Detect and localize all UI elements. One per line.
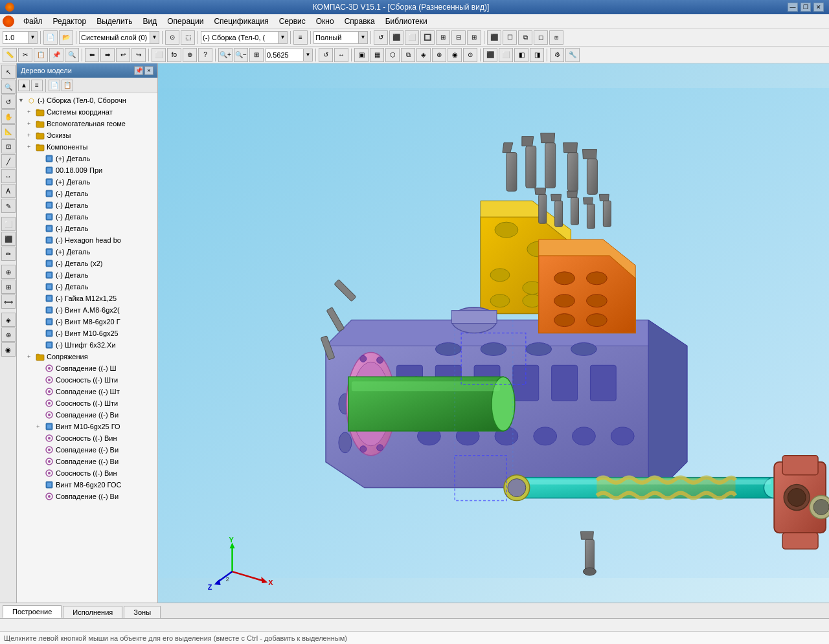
tb2-btn-rot1[interactable]: ↺ [319,48,333,62]
menu-view[interactable]: Вид [138,16,163,27]
tree-item[interactable]: (-) Гайка М12х1,25 [18,293,156,304]
tree-item[interactable]: Совпадение ((-) Ви [18,491,156,502]
lt-text-btn[interactable]: A [1,184,16,198]
tree-item[interactable]: (-) Деталь [18,223,156,234]
tb2-btn-2[interactable]: ✂ [18,48,32,62]
menu-help[interactable]: Справка [339,16,380,27]
view-mode-input[interactable] [313,31,359,44]
tb-btn-rot1[interactable]: ↺ [374,30,388,45]
tree-item-expand[interactable]: + [27,132,35,139]
tb-btn-2[interactable]: 📂 [59,30,73,45]
lt-rotate-btn[interactable]: ↺ [1,94,16,109]
lt-zoom-btn[interactable]: 🔍 [1,80,16,94]
tree-item[interactable]: (-) Hexagon head bo [18,234,156,246]
tree-item-expand[interactable]: + [27,120,35,127]
tb2-btn-9[interactable]: ↪ [131,48,146,62]
tb2-btn-7[interactable]: ➡ [100,48,115,62]
menu-service[interactable]: Сервис [274,16,311,27]
tb2-btn-10[interactable]: ⬜ [152,48,166,62]
tab-construction[interactable]: Построение [3,605,62,618]
tb2-btn-5[interactable]: 🔍 [65,48,79,62]
tb-btn-rot3[interactable]: ⬜ [405,30,419,45]
tb2-view-7[interactable]: ◉ [448,48,462,62]
tree-item[interactable]: (-) Деталь (x2) [18,258,156,269]
tb2-btn-4[interactable]: 📌 [49,48,63,62]
tb2-zoom-plus[interactable]: 🔍+ [218,48,233,62]
tree-item[interactable]: Винт М8-6gx20 ГОС [18,479,156,491]
tree-root-expand[interactable]: ▼ [18,97,26,104]
layer-input[interactable] [79,31,150,44]
lt-part-btn[interactable]: ⬜ [1,217,16,231]
tree-item[interactable]: (+) Деталь [18,176,156,188]
lt-extra-2[interactable]: ⊛ [1,328,16,342]
tree-item[interactable]: +Вспомогательная геоме [18,118,156,129]
scale-dropdown-btn[interactable]: ▼ [304,49,313,61]
tb-btn-13[interactable]: ◻ [534,30,548,45]
menu-window[interactable]: Окно [311,16,339,27]
minimize-button[interactable]: — [788,3,798,12]
tree-item[interactable]: (-) Винт М10-6gx25 [18,328,156,339]
lt-pattern-btn[interactable]: ⊞ [1,280,16,294]
tb2-btn-12[interactable]: ⊕ [183,48,197,62]
tb2-fit-all[interactable]: ⊞ [249,48,264,62]
tree-root-item[interactable]: ▼ ⬡ (-) Сборка (Тел-0, Сборочн [18,94,156,106]
tb2-view-front[interactable]: ▣ [354,48,369,62]
tree-item-expand[interactable]: + [36,423,44,430]
tb2-btn-1[interactable]: 📏 [3,48,17,62]
tree-pin-btn[interactable]: 📌 [134,66,143,75]
tree-tb-btn-2[interactable]: ≡ [31,80,43,91]
tree-item[interactable]: (-) Деталь [18,199,156,211]
tree-item[interactable]: Совпадение ((-) Ви [18,444,156,456]
lt-select-btn[interactable]: ↖ [1,65,16,79]
tb-btn-4[interactable]: ⬚ [181,30,195,45]
tb2-btn-11[interactable]: fo [167,48,181,62]
restore-button[interactable]: ❐ [801,3,811,12]
tb-btn-1[interactable]: 📄 [43,30,58,45]
tb-btn-14[interactable]: ⧆ [549,30,563,45]
tb2-view-top[interactable]: ▦ [370,48,384,62]
tb-btn-8[interactable]: ⊟ [451,30,466,45]
tree-item[interactable]: 00.18.009 При [18,164,156,176]
tree-tb-btn-1[interactable]: ▲ [18,80,30,91]
menu-specification[interactable]: Спецификация [209,16,273,27]
assembly-input[interactable] [201,31,278,44]
tree-item[interactable]: (+) Деталь [18,153,156,164]
tb2-btn-rot2[interactable]: ↔ [334,48,348,62]
tb2-render-3[interactable]: ◧ [514,48,528,62]
menu-file[interactable]: Файл [18,16,48,27]
tb2-view-5[interactable]: ◈ [416,48,431,62]
tb2-btn-8[interactable]: ↩ [116,48,130,62]
scale-input[interactable] [265,49,304,61]
lt-note-btn[interactable]: ✎ [1,199,16,213]
tb2-render-1[interactable]: ⬛ [483,48,497,62]
tb2-view-iso[interactable]: ⬡ [385,48,400,62]
tb-btn-7[interactable]: ⊞ [436,30,450,45]
tree-item[interactable]: Совпадение ((-) Ви [18,409,156,421]
zoom-input[interactable] [3,31,28,44]
tb2-extra-1[interactable]: ⚙ [550,48,564,62]
zoom-dropdown-btn[interactable]: ▼ [28,31,38,44]
tb-btn-12[interactable]: ⧉ [518,30,532,45]
tb-btn-10[interactable]: ⬛ [487,30,501,45]
tree-item[interactable]: (-) Деталь [18,188,156,199]
tree-item[interactable]: +Эскизы [18,129,156,141]
tb-btn-rot2[interactable]: ⬛ [389,30,403,45]
tree-content[interactable]: ▼ ⬡ (-) Сборка (Тел-0, Сборочн +Системы … [17,93,157,603]
lt-measure-btn[interactable]: 📐 [1,124,16,139]
tree-item-expand[interactable]: + [27,353,35,360]
tb2-btn-13[interactable]: ? [198,48,212,62]
tree-item[interactable]: Соосность ((-) Вин [18,432,156,444]
tree-item[interactable]: Соосность ((-) Шти [18,374,156,386]
tb2-btn-3[interactable]: 📋 [34,48,48,62]
menu-operations[interactable]: Операции [162,16,209,27]
lt-pan-btn[interactable]: ✋ [1,109,16,124]
tree-item-expand[interactable]: + [27,144,35,150]
tb-btn-6[interactable]: 🔲 [420,30,435,45]
tree-item[interactable]: Совпадение ((-) Ш [18,362,156,374]
tree-item[interactable]: Совпадение ((-) Ви [18,456,156,467]
tb2-render-2[interactable]: ⬜ [499,48,513,62]
tree-item[interactable]: Соосность ((-) Вин [18,467,156,479]
lt-line-btn[interactable]: ╱ [1,154,16,168]
tb2-btn-6[interactable]: ⬅ [85,48,99,62]
tree-item[interactable]: Совпадение ((-) Шт [18,386,156,397]
